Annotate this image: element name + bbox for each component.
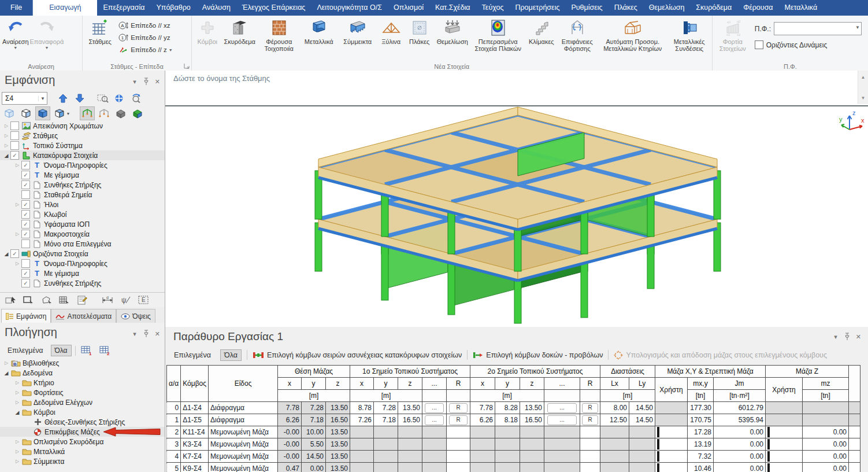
tree-checkbox[interactable] xyxy=(10,141,19,150)
tree-expander-icon[interactable]: ▷ xyxy=(2,123,10,128)
tree-checkbox[interactable]: ✓ xyxy=(21,210,30,219)
undo-dropdown-icon[interactable]: ▼ xyxy=(13,46,17,50)
slabs-button[interactable]: Πλάκες xyxy=(406,17,433,45)
menu-tab-10[interactable]: Προμετρήσεις xyxy=(509,0,565,16)
model-solid-color-icon[interactable] xyxy=(130,106,145,120)
tree-checkbox[interactable]: ✓ xyxy=(21,269,30,278)
node-cell[interactable]: Κ7-Σ4 xyxy=(181,451,209,463)
panel-tab-2[interactable]: Όψεις xyxy=(116,309,155,323)
render-mode-dropdown-icon[interactable]: ▼ xyxy=(52,106,72,120)
hint-scrollbar[interactable]: ▲ ▼ xyxy=(858,71,868,104)
kind-cell[interactable]: Μεμονωμένη Μάζα xyxy=(209,451,278,463)
nav-table1-icon[interactable]: 1 xyxy=(79,344,94,357)
display-panel-menu-icon[interactable]: ▾ xyxy=(133,78,136,86)
zoom-previous-icon[interactable] xyxy=(129,91,144,105)
tree-expander-icon[interactable]: ▷ xyxy=(13,261,21,266)
tree-checkbox[interactable]: ✓ xyxy=(21,161,30,169)
model-math-icon[interactable] xyxy=(97,106,112,120)
steel-connections-button[interactable]: Μεταλλικές Συνδέσεις xyxy=(669,17,710,52)
tree-expander-icon[interactable]: ◢ xyxy=(2,153,10,158)
tree-expander-icon[interactable]: ▷ xyxy=(2,143,10,148)
cell-checkbox[interactable] xyxy=(767,439,770,449)
tree-expander-icon[interactable]: ▷ xyxy=(13,163,21,168)
levels-button[interactable]: Στάθμες xyxy=(85,17,115,45)
menu-tab-5[interactable]: Έλεγχος Επάρκειας xyxy=(236,0,311,16)
tree-expander-icon[interactable]: ▷ xyxy=(13,449,21,454)
menu-tab-4[interactable]: Ανάλυση xyxy=(196,0,236,16)
nav-tree-item-1[interactable]: ◢Δεδομένα xyxy=(0,368,165,378)
kind-cell[interactable]: Μεμονωμένη Μάζα xyxy=(209,463,278,472)
nav-tree-item-2[interactable]: ▷Κτήριο xyxy=(0,378,165,388)
nav-tree-item-3[interactable]: ▷Φορτίσεις xyxy=(0,388,165,397)
cell-checkbox[interactable] xyxy=(657,439,659,449)
display-tree-item-11[interactable]: ▷✓Μακροστοιχεία xyxy=(0,229,165,239)
tree-expander-icon[interactable]: ▷ xyxy=(2,360,10,366)
tree-checkbox[interactable]: ✓ xyxy=(21,230,30,238)
cell-button[interactable]: ... xyxy=(425,415,444,425)
zoom-window-icon[interactable] xyxy=(95,91,110,105)
display-tree-item-7[interactable]: Σταθερά Σημεία xyxy=(0,190,165,200)
display-tree-item-9[interactable]: ✓Κλωβοί xyxy=(0,209,165,219)
tree-expander-icon[interactable]: ◢ xyxy=(2,370,10,376)
elasticity-icon[interactable]: E xyxy=(136,293,151,307)
menu-tab-12[interactable]: Πλάκες xyxy=(609,0,643,16)
tree-checkbox[interactable]: ✓ xyxy=(10,249,19,258)
properties-icon[interactable] xyxy=(75,293,90,307)
work-all-button[interactable]: Όλα xyxy=(220,349,242,361)
cell-button[interactable]: ... xyxy=(547,415,577,425)
nav-table2-icon[interactable]: 2 xyxy=(98,344,113,357)
cell-button[interactable]: R xyxy=(582,415,598,425)
nav-tree-item-9[interactable]: ▷Μεταλλικά xyxy=(0,447,165,456)
tree-checkbox[interactable]: ✓ xyxy=(21,171,30,179)
cell-checkbox[interactable] xyxy=(767,463,770,472)
nav-tree-item-0[interactable]: ▷BΒιβλιοθήκες xyxy=(0,358,165,368)
display-tree-item-0[interactable]: ▷Απεικόνιση Χρωμάτων xyxy=(0,121,165,131)
viewport-3d-canvas[interactable]: z y x xyxy=(165,106,868,327)
solid-render-icon[interactable] xyxy=(35,106,50,120)
display-tree-item-3[interactable]: ◢✓Κατακόρυφα Στοιχεία xyxy=(0,150,165,160)
level-up-button[interactable] xyxy=(55,91,71,105)
foundation-button[interactable]: Θεμελίωση xyxy=(435,17,470,45)
kind-cell[interactable]: Διάφραγμα xyxy=(209,414,278,426)
menu-tab-11[interactable]: Ρυθμίσεις xyxy=(565,0,608,16)
dimension-icon[interactable]: d xyxy=(100,293,115,307)
plane-z-button[interactable]: Επίπεδο // z ▼ xyxy=(116,43,175,56)
tree-checkbox[interactable] xyxy=(21,239,30,248)
nav-tree-item-7[interactable]: Επικόμβιες Μάζες xyxy=(0,427,165,437)
stairs-button[interactable]: Κλίμακες xyxy=(526,17,557,45)
composite-button[interactable]: Σύμμεικτα xyxy=(339,17,377,45)
display-tree-item-5[interactable]: ✓TΜε γέμισμα xyxy=(0,170,165,180)
work-panel-pin-icon[interactable] xyxy=(844,333,850,341)
node-cell[interactable]: Δ1-Σ4 xyxy=(181,402,209,414)
display-tree-item-14[interactable]: ▷TΌνομα-Πληροφορίες xyxy=(0,259,165,268)
masonry-button[interactable]: Φέρουσα Τοιχοποιία xyxy=(259,17,299,52)
plane-z-dropdown-icon[interactable]: ▼ xyxy=(169,48,173,52)
wireframe-ghost-icon[interactable] xyxy=(2,106,17,120)
display-tree-item-13[interactable]: ◢✓Οριζόντια Στοιχεία xyxy=(0,249,165,259)
wireframe-icon[interactable] xyxy=(18,106,34,120)
level-combobox[interactable]: Σ4 ▼ xyxy=(2,92,47,105)
cell-button[interactable]: ... xyxy=(425,403,444,413)
undo-button[interactable]: Αναίρεση ▼ xyxy=(2,17,29,50)
tree-checkbox[interactable]: ✓ xyxy=(21,180,30,189)
select-polygon-icon[interactable] xyxy=(39,293,54,307)
level-down-button[interactable] xyxy=(72,91,87,105)
work-action-0[interactable]: Επιλογή κόμβων σειρών ασυνέχειας κατακόρ… xyxy=(253,351,462,359)
nav-all-button[interactable]: Όλα xyxy=(51,345,72,356)
cell-checkbox[interactable] xyxy=(767,451,770,462)
dialog-launcher-icon[interactable] xyxy=(184,63,190,69)
kind-cell[interactable]: Μεμονωμένη Μάζα xyxy=(209,438,278,451)
load-areas-button[interactable]: Επιφάνειες Φόρτισης xyxy=(558,17,596,52)
nav-tree-item-6[interactable]: Θέσεις-Συνθήκες Στήριξης xyxy=(0,417,165,427)
menu-tab-9[interactable]: Τεύχος xyxy=(476,0,510,16)
nav-selected-button[interactable]: Επιλεγμένα xyxy=(3,345,47,356)
concrete-button[interactable]: Σκυρόδεμα xyxy=(222,17,258,45)
nav-panel-pin-icon[interactable] xyxy=(143,330,149,338)
menu-tab-15[interactable]: Φέρουσα xyxy=(737,0,778,16)
menu-tab-3[interactable]: Υπόβαθρο xyxy=(150,0,196,16)
level-combo-arrow-icon[interactable]: ▼ xyxy=(38,96,47,101)
steel-button[interactable]: Μεταλλικά xyxy=(301,17,337,45)
node-cell[interactable]: Δ1-Σ5 xyxy=(181,414,209,426)
tree-expander-icon[interactable]: ▷ xyxy=(13,390,21,395)
nav-tree-item-5[interactable]: ◢Κόμβοι xyxy=(0,407,165,417)
